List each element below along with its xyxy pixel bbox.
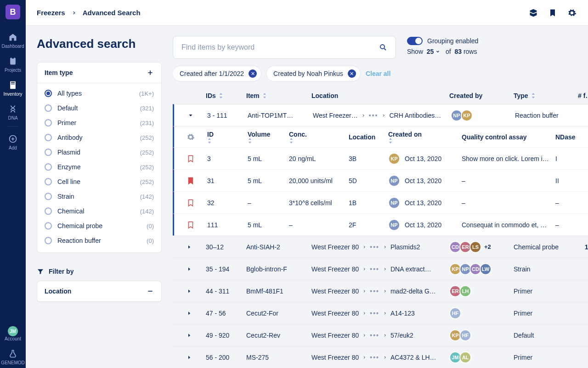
chevron-right-icon [383, 267, 387, 271]
item-type-option[interactable]: Antibody (252) [37, 130, 161, 145]
expand-caret-icon[interactable] [185, 355, 193, 360]
gear-icon[interactable] [567, 8, 577, 17]
expand-caret-icon[interactable] [185, 266, 193, 272]
table-group-row[interactable]: 35 - 194 Bglob-intron-F West Freezer 80 … [173, 258, 588, 280]
search-input-wrap[interactable] [173, 36, 396, 59]
gear-icon[interactable] [187, 133, 195, 141]
col-found: # found [578, 92, 588, 99]
filter-chip[interactable]: Created by Noah Pinkus ✕ [266, 66, 360, 81]
item-type-option[interactable]: Chemical probe (0) [37, 218, 161, 233]
location-path[interactable]: West Freezer 80 ••• 57/euk2 [311, 332, 446, 339]
avatar-stack: HF [449, 307, 510, 319]
rail-brand[interactable]: GENEMOD [0, 344, 26, 368]
filter-chip[interactable]: Created after 1/1/2022 ✕ [173, 66, 261, 81]
item-type-option[interactable]: Strain (142) [37, 189, 161, 204]
item-type-option[interactable]: Plasmid (252) [37, 145, 161, 160]
rail-dna[interactable]: DNA [0, 99, 26, 123]
sort-conc[interactable]: Conc. [289, 131, 345, 144]
location-path[interactable]: West Freezer 80 ••• A14-123 [311, 310, 446, 317]
item-type-option[interactable]: Reaction buffer (0) [37, 233, 161, 248]
item-type-option[interactable]: Chemical (142) [37, 204, 161, 218]
option-label: Reaction buffer [57, 237, 147, 244]
clipboard-icon [8, 56, 18, 66]
item-type-option[interactable]: Default (321) [37, 101, 161, 115]
user-avatar: NP [388, 175, 400, 187]
item-type-panel: Item type All types (1K+) Default (321) … [37, 62, 162, 253]
sort-type[interactable]: Type [514, 92, 536, 99]
sort-id[interactable]: ID [207, 131, 244, 144]
rail-projects[interactable]: Projects [0, 52, 26, 75]
rail-inventory[interactable]: Inventory [0, 75, 26, 99]
search-input[interactable] [181, 43, 379, 52]
item-type-option[interactable]: Enzyme (252) [37, 160, 161, 174]
ellipsis-icon: ••• [370, 265, 379, 273]
rail-account[interactable]: JM Account [0, 322, 26, 344]
location-path[interactable]: West Freezer 80 ••• Plasmids2 [311, 243, 446, 251]
chevron-right-icon [362, 267, 366, 271]
chip-remove-icon[interactable]: ✕ [249, 69, 257, 78]
item-type-option[interactable]: Primer (231) [37, 115, 161, 130]
expand-caret-icon[interactable] [187, 113, 195, 118]
chevron-right-icon [382, 114, 385, 117]
bookmark-icon[interactable] [548, 8, 557, 17]
radio-icon [45, 90, 52, 97]
avatar-stack: NPKP [451, 109, 511, 121]
group-header-row: IDs Item Location Created by Type # foun… [173, 87, 588, 104]
avatar-overflow: +2 [484, 243, 491, 250]
ellipsis-icon: ••• [370, 243, 379, 251]
table-row[interactable]: 3 5 mL 20 ng/mL 3B KPOct 13, 2020 Show m… [173, 147, 588, 169]
bookmark-icon[interactable] [187, 198, 195, 208]
page-size-select[interactable]: 25 [427, 48, 434, 55]
bookmark-icon[interactable] [187, 220, 195, 230]
chip-remove-icon[interactable]: ✕ [348, 69, 356, 78]
table-group-row[interactable]: 3 - 111 Anti-TOP1MT… West Freezer… ••• C… [173, 104, 588, 126]
user-avatar: JM [8, 326, 18, 336]
location-path[interactable]: West Freezer 80 ••• mad2-delta G… [311, 288, 446, 295]
location-path[interactable]: West Freezer 80 ••• DNA extract… [311, 265, 446, 273]
item-type-option[interactable]: All types (1K+) [37, 86, 161, 101]
clear-all-link[interactable]: Clear all [366, 70, 390, 77]
expand-caret-icon[interactable] [185, 310, 193, 316]
user-avatar: LW [480, 263, 492, 275]
table-row[interactable]: 31 5 mL 20,000 units/ml 5D NPOct 13, 202… [173, 169, 588, 191]
sort-volume[interactable]: Volume [248, 131, 285, 144]
chevron-down-icon[interactable] [435, 49, 440, 54]
sort-created-on[interactable]: Created on [388, 131, 458, 144]
rail-dashboard[interactable]: Dashboard [0, 28, 26, 52]
table-row[interactable]: 111 5 mL – 2F NPOct 13, 2020 Consequat i… [173, 213, 588, 236]
table-group-row[interactable]: 49 - 920 Cecut2-Rev West Freezer 80 ••• … [173, 324, 588, 346]
breadcrumb-root[interactable]: Freezers [37, 9, 65, 17]
sort-item[interactable]: Item [246, 92, 267, 99]
option-count: (0) [147, 237, 154, 244]
table-group-row[interactable]: 44 - 311 BmMf-481F1 West Freezer 80 ••• … [173, 280, 588, 302]
table-row[interactable]: 32 – 3*10^8 cells/ml 1B NPOct 13, 2020 –… [173, 191, 588, 213]
item-type-option[interactable]: Cell line (252) [37, 174, 161, 189]
table-group-row[interactable]: 56 - 200 MS-275 West Freezer 80 ••• AC43… [173, 346, 588, 368]
option-count: (252) [140, 149, 154, 156]
location-path[interactable]: West Freezer… ••• CRH Antibodies… [313, 112, 447, 119]
sort-ids[interactable]: IDs [206, 92, 223, 99]
location-header: Location [45, 288, 71, 295]
option-label: Primer [57, 119, 140, 126]
chevron-right-icon [362, 311, 366, 315]
expand-caret-icon[interactable] [185, 333, 193, 338]
bookmark-icon[interactable] [187, 154, 195, 164]
location-path[interactable]: West Freezer 80 ••• AC4372 & LH… [311, 354, 446, 361]
table-group-row[interactable]: 47 - 56 Cecut2-For West Freezer 80 ••• A… [173, 302, 588, 324]
option-count: (231) [140, 120, 154, 126]
search-icon[interactable] [379, 43, 387, 52]
rail-add[interactable]: Add [0, 129, 26, 153]
radio-icon [45, 193, 52, 200]
expand-caret-icon[interactable] [185, 288, 193, 294]
app-logo[interactable]: B [6, 5, 20, 19]
grouping-toggle[interactable] [407, 37, 423, 45]
bookmark-icon[interactable] [187, 176, 195, 186]
option-count: (252) [140, 134, 154, 141]
collapse-icon[interactable] [147, 288, 154, 295]
expand-caret-icon[interactable] [185, 244, 193, 250]
package-icon[interactable] [529, 8, 538, 17]
chevron-right-icon [383, 356, 387, 359]
add-filter-icon[interactable] [147, 69, 154, 76]
table-group-row[interactable]: 30–12 Anti-SIAH-2 West Freezer 80 ••• Pl… [173, 236, 588, 258]
option-count: (252) [140, 178, 154, 185]
